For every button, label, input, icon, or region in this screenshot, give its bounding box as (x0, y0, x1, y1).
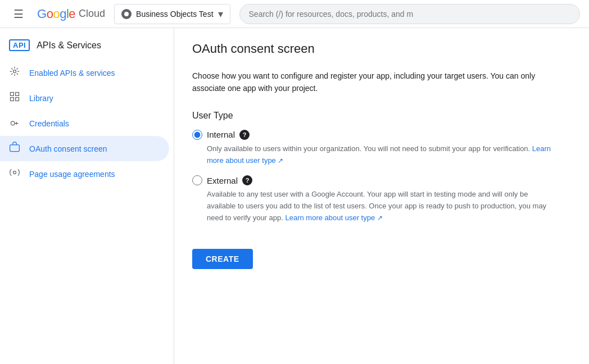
external-link-icon-2: ↗ (377, 214, 383, 222)
external-learn-more-link[interactable]: Learn more about user type ↗ (285, 213, 382, 222)
create-button[interactable]: CREATE (192, 249, 253, 269)
main-content: OAuth consent screen Choose how you want… (174, 28, 589, 364)
chevron-down-icon: ▾ (218, 8, 223, 20)
svg-rect-6 (10, 145, 20, 152)
page-title: OAuth consent screen (192, 42, 571, 56)
external-link-icon: ↗ (278, 157, 283, 165)
page-usage-label: Page usage agreements (29, 170, 115, 179)
sidebar-item-page-usage[interactable]: Page usage agreements (0, 161, 169, 186)
credentials-icon (9, 116, 20, 130)
internal-label[interactable]: Internal ? (192, 130, 571, 140)
sidebar-brand-title: APIs & Services (37, 40, 101, 51)
external-label[interactable]: External ? (192, 175, 571, 185)
project-selector[interactable]: Business Objects Test ▾ (114, 4, 230, 24)
section-title: User Type (192, 111, 571, 121)
internal-help-icon[interactable]: ? (239, 130, 250, 140)
project-name: Business Objects Test (136, 10, 213, 19)
oauth-consent-label: OAuth consent screen (29, 144, 107, 153)
api-badge: API (9, 39, 30, 51)
sidebar-item-credentials[interactable]: Credentials (0, 111, 169, 136)
sidebar: API APIs & Services Enabled APIs & servi… (0, 28, 174, 364)
enabled-apis-icon (9, 66, 20, 80)
search-input[interactable] (239, 4, 580, 24)
project-dot (121, 9, 132, 19)
svg-rect-1 (11, 93, 14, 96)
cloud-label: Cloud (79, 8, 105, 20)
library-icon (9, 91, 20, 105)
internal-description: Only available to users within your orga… (207, 143, 555, 167)
description-text: Choose how you want to configure and reg… (192, 70, 558, 95)
svg-point-0 (13, 70, 16, 73)
credentials-label: Credentials (29, 119, 69, 128)
svg-point-5 (11, 121, 15, 125)
internal-label-text: Internal (207, 130, 235, 139)
external-label-text: External (207, 176, 238, 185)
oauth-consent-icon (9, 142, 20, 156)
svg-point-7 (13, 171, 16, 174)
svg-rect-2 (16, 93, 19, 96)
svg-rect-3 (16, 98, 19, 101)
svg-rect-4 (11, 98, 14, 101)
enabled-apis-label: Enabled APIs & services (29, 69, 115, 78)
external-radio[interactable] (192, 175, 202, 185)
external-option: External ? Available to any test user wi… (192, 175, 571, 224)
sidebar-nav: Enabled APIs & services Library Credenti… (0, 60, 174, 186)
page-usage-icon (9, 167, 20, 181)
sidebar-item-library[interactable]: Library (0, 85, 169, 111)
sidebar-item-enabled-apis[interactable]: Enabled APIs & services (0, 60, 169, 85)
external-help-icon[interactable]: ? (242, 175, 252, 185)
google-cloud-logo: Google Cloud (37, 7, 105, 21)
google-logo-text: Google (37, 7, 75, 21)
external-description: Available to any test user with a Google… (207, 189, 555, 224)
library-label: Library (29, 94, 53, 103)
sidebar-brand: API APIs & Services (0, 33, 174, 60)
internal-option: Internal ? Only available to users withi… (192, 130, 571, 167)
menu-icon[interactable]: ☰ (9, 3, 28, 25)
header: ☰ Google Cloud Business Objects Test ▾ (0, 0, 589, 28)
page-layout: API APIs & Services Enabled APIs & servi… (0, 28, 589, 364)
sidebar-item-oauth-consent[interactable]: OAuth consent screen (0, 136, 169, 161)
internal-radio[interactable] (192, 130, 202, 140)
